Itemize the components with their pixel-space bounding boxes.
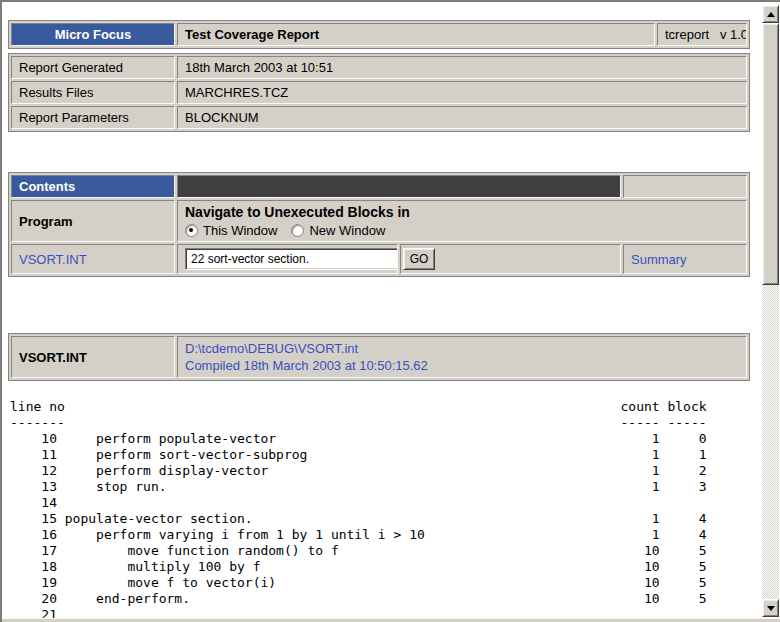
go-button[interactable]: GO (403, 248, 435, 270)
table-row: VSORT.INT 22 sort-vector section. GO Sum… (11, 244, 747, 274)
table-row: VSORT.INT D:\tcdemo\DEBUG\VSORT.int Comp… (11, 336, 747, 378)
page-title: Test Coverage Report (177, 23, 655, 46)
program-path-link[interactable]: D:\tcdemo\DEBUG\VSORT.int (185, 341, 358, 356)
table-row: Contents (11, 175, 747, 198)
vertical-scrollbar[interactable] (762, 5, 779, 617)
info-value: 18th March 2003 at 10:51 (177, 56, 747, 79)
go-cell: GO (400, 244, 621, 274)
contents-table: Contents Program Navigate to Unexecuted … (8, 172, 750, 277)
contents-header-bar (177, 175, 621, 198)
block-select-cell: 22 sort-vector section. (177, 244, 398, 274)
block-select[interactable]: 22 sort-vector section. (185, 248, 398, 270)
report-content: Micro Focus Test Coverage Report tcrepor… (2, 2, 780, 622)
table-row: Report Generated 18th March 2003 at 10:5… (11, 56, 747, 79)
table-row: Program Navigate to Unexecuted Blocks in… (11, 200, 747, 242)
code-listing: line no count block ------- ----- ----- … (10, 399, 780, 622)
radio-option[interactable]: This Window (185, 223, 277, 238)
radio-icon[interactable] (291, 224, 304, 237)
program-link-cell: VSORT.INT (11, 244, 175, 274)
nav-label: Navigate to Unexecuted Blocks in (185, 204, 739, 220)
info-value: BLOCKNUM (177, 106, 747, 129)
block-select-value: 22 sort-vector section. (186, 252, 309, 266)
table-row: Report Parameters BLOCKNUM (11, 106, 747, 129)
info-value: MARCHRES.TCZ (177, 81, 747, 104)
radio-label: This Window (203, 223, 277, 238)
version-label: tcreport v 1.0.0002 (657, 23, 747, 46)
radio-icon[interactable] (185, 224, 198, 237)
report-info-table: Report Generated 18th March 2003 at 10:5… (8, 53, 750, 132)
summary-link[interactable]: Summary (631, 252, 687, 267)
table-row: Micro Focus Test Coverage Report tcrepor… (11, 23, 747, 46)
scroll-up-icon[interactable] (762, 5, 779, 23)
program-link[interactable]: VSORT.INT (19, 252, 87, 267)
info-label: Report Parameters (11, 106, 175, 129)
program-name: VSORT.INT (11, 336, 175, 378)
window-bottom-edge (2, 618, 780, 622)
info-label: Report Generated (11, 56, 175, 79)
compiled-timestamp: Compiled 18th March 2003 at 10:50:15.62 (185, 357, 739, 374)
program-column-header: Program (11, 200, 175, 242)
scroll-down-icon[interactable] (762, 599, 779, 617)
info-label: Results Files (11, 81, 175, 104)
program-file-cell: D:\tcdemo\DEBUG\VSORT.int Compiled 18th … (177, 336, 747, 378)
report-header-table: Micro Focus Test Coverage Report tcrepor… (8, 20, 750, 49)
report-window: Micro Focus Test Coverage Report tcrepor… (0, 0, 780, 622)
contents-header-spacer (623, 175, 747, 198)
summary-cell: Summary (623, 244, 747, 274)
table-row: Results Files MARCHRES.TCZ (11, 81, 747, 104)
radio-label: New Window (309, 223, 385, 238)
window-target-radios: This WindowNew Window (185, 223, 739, 238)
scrollbar-thumb[interactable] (762, 23, 779, 285)
contents-header: Contents (11, 175, 175, 198)
radio-option[interactable]: New Window (291, 223, 385, 238)
micro-focus-logo: Micro Focus (11, 23, 175, 46)
nav-cell: Navigate to Unexecuted Blocks in This Wi… (177, 200, 747, 242)
program-header-table: VSORT.INT D:\tcdemo\DEBUG\VSORT.int Comp… (8, 333, 750, 381)
